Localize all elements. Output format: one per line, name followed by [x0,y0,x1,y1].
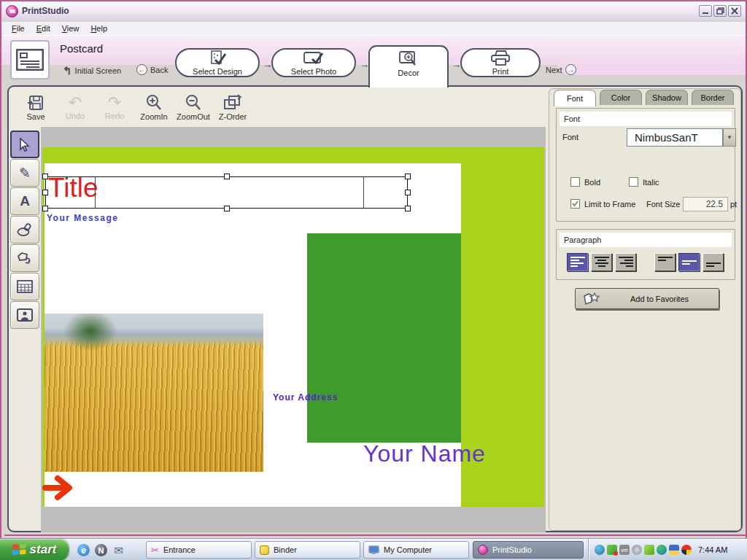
mail-icon[interactable]: ✉ [112,544,125,556]
tab-font[interactable]: Font [554,90,596,106]
resize-handle[interactable] [405,174,411,179]
text-a-icon: A [20,193,30,209]
resize-handle[interactable] [405,206,411,211]
z-order-button[interactable]: Z-Order [213,88,252,126]
clock: 7:44 AM [698,545,727,554]
red-arrow-graphic[interactable] [42,471,76,505]
undo-icon: ↶ [69,95,82,111]
step-select-design[interactable]: Select Design [175,48,260,77]
tray-network-icon[interactable] [595,545,605,555]
resize-handle[interactable] [42,206,48,211]
step-print[interactable]: Print [460,48,541,77]
align-center-button[interactable] [591,253,612,271]
valign-bottom-button[interactable] [703,253,724,271]
postcard-design[interactable]: Title Your Message Your Address Your Nam… [42,147,544,507]
resize-handle[interactable] [224,174,230,179]
minimize-icon[interactable] [699,5,712,17]
bold-checkbox[interactable] [570,177,580,187]
step-arrow-icon: → [452,59,461,70]
task-printstudio-active[interactable]: PrintStudio [473,541,584,559]
tray-display-icon[interactable] [669,545,679,555]
task-my-computer[interactable]: My Computer [363,541,469,559]
font-size-input[interactable]: 22.5 [683,197,728,211]
zoom-in-icon [145,94,163,112]
taskbar: start e N ✉ » ✂ Entrance Binder My Compu… [0,538,747,560]
tray-volume-icon[interactable] [632,545,642,555]
zoom-out-button[interactable]: ZoomOut [174,88,213,126]
image-tool-button[interactable] [10,301,39,329]
shape-tool-button[interactable] [10,244,39,272]
tool-palette: ✎ A [10,131,42,329]
limit-to-frame-checkbox[interactable] [570,199,580,209]
redo-button: ↷ Redo [95,88,134,126]
stamp-tool-button[interactable] [10,216,39,244]
tray-status-icon[interactable] [607,545,617,555]
internet-explorer-icon[interactable]: e [77,544,90,556]
next-button[interactable]: Next → [546,64,576,75]
green-rectangle[interactable] [307,233,461,443]
title-text-frame-selected[interactable]: Title [45,176,408,209]
design-sheet-icon [208,50,227,66]
design-canvas[interactable]: Title Your Message Your Address Your Nam… [41,127,546,532]
printstudio-task-icon [478,545,488,555]
resize-handle[interactable] [405,190,411,195]
task-entrance[interactable]: ✂ Entrance [146,541,252,559]
main-content: Save ↶ Undo ↷ Redo ZoomIn ZoomOut Z-Orde… [7,85,743,532]
task-binder[interactable]: Binder [255,541,360,559]
save-button[interactable]: Save [16,88,55,126]
title-text[interactable]: Title [48,173,98,203]
font-group: Font Font NimbusSanT ▼ Bold Italic Limit… [556,108,735,222]
align-left-button[interactable] [567,253,588,271]
step-select-photo[interactable]: Select Photo [271,48,356,77]
font-family-value: NimbusSanT [627,128,723,147]
menu-edit[interactable]: Edit [31,23,56,34]
document-type-label: Postcard [60,42,103,55]
tray-globe-icon[interactable] [657,545,667,555]
menu-view[interactable]: View [56,23,85,34]
tab-shadow[interactable]: Shadow [646,90,688,105]
tray-ati-icon[interactable] [681,545,692,555]
printstudio-app-icon [6,5,18,18]
text-tool-button[interactable]: A [10,187,39,215]
system-tray: vm 7:44 AM [588,539,747,560]
menu-file[interactable]: File [6,23,31,34]
name-placeholder-text[interactable]: Your Name [363,440,486,467]
image-icon [17,308,33,322]
netscape-icon[interactable]: N [95,544,107,556]
initial-screen-button[interactable]: ↰ Initial Screen [63,64,121,77]
dropdown-arrow-icon[interactable]: ▼ [723,128,736,147]
redo-icon: ↷ [108,95,121,111]
italic-checkbox[interactable] [629,177,638,187]
pencil-tool-button[interactable]: ✎ [10,159,39,187]
windows-flag-icon [12,544,26,556]
back-button[interactable]: ← Back [136,64,168,75]
resize-handle[interactable] [224,206,230,211]
add-to-favorites-button[interactable]: Add to Favorites [575,288,719,309]
next-arrow-icon: → [565,64,576,75]
select-tool-button[interactable] [10,131,39,158]
tab-border[interactable]: Border [692,90,734,105]
tab-color[interactable]: Color [600,90,642,105]
resize-handle[interactable] [42,190,48,195]
valign-middle-button[interactable] [678,253,700,271]
favorites-folder-star-icon [583,292,600,306]
tray-vm-icon[interactable]: vm [619,545,630,555]
message-placeholder-text[interactable]: Your Message [47,213,118,223]
step-decor-active-tab[interactable]: Decor [368,45,449,88]
font-family-select[interactable]: NimbusSanT ▼ [627,128,736,147]
start-button[interactable]: start [0,539,69,560]
menu-help[interactable]: Help [85,23,113,34]
valign-top-button[interactable] [654,253,676,271]
tray-graphics-icon[interactable] [644,545,654,555]
zoom-in-button[interactable]: ZoomIn [134,88,174,126]
close-icon[interactable] [728,5,741,17]
align-right-button[interactable] [615,253,636,271]
resize-handle[interactable] [42,174,48,179]
decor-magnifier-icon [398,50,419,68]
address-placeholder-text[interactable]: Your Address [273,392,338,402]
wheat-field-photo[interactable] [44,314,263,472]
grid-tool-button[interactable] [10,273,39,300]
restore-icon[interactable] [713,5,727,17]
printer-icon [489,50,511,66]
paragraph-group: Paragraph [556,229,735,280]
